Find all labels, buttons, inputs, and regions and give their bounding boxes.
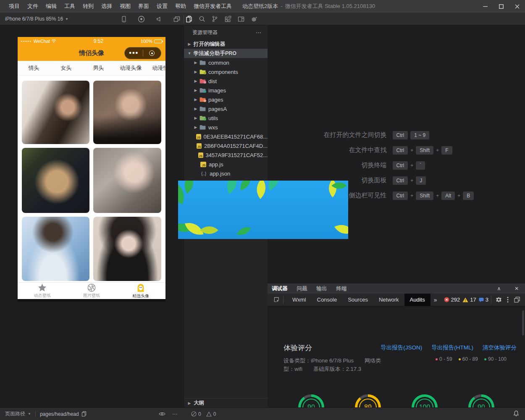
chevron-right-icon: ▶ bbox=[194, 97, 198, 102]
menu-item-工具[interactable]: 工具 bbox=[60, 0, 79, 13]
tree-item-common[interactable]: ▶common bbox=[184, 58, 268, 67]
minimize-button[interactable] bbox=[477, 0, 493, 13]
js-file-icon: JS bbox=[200, 162, 206, 167]
menu-item-选择[interactable]: 选择 bbox=[97, 0, 116, 13]
explorer-section-学法减分助手PRO[interactable]: ▼学法减分助手PRO bbox=[184, 49, 268, 58]
explorer-section-打开的编辑器[interactable]: ▶打开的编辑器 bbox=[184, 39, 268, 49]
phone-icon[interactable] bbox=[120, 16, 127, 23]
ellipsis-icon[interactable]: ⋯ bbox=[172, 411, 178, 417]
tabbar-item-动态壁纸[interactable]: 动态壁纸 bbox=[18, 283, 67, 299]
photo-thumbnail-girl-brown-hair-black-camisole[interactable] bbox=[93, 81, 161, 144]
git-branch-icon[interactable] bbox=[211, 16, 218, 23]
problem-counts: 0 0 bbox=[184, 411, 219, 417]
tree-item-0E3AEEB415271CAF68...[interactable]: JS0E3AEEB415271CAF68... bbox=[184, 132, 268, 141]
layout-grid-icon[interactable] bbox=[224, 16, 231, 23]
maximize-button[interactable] bbox=[493, 0, 509, 13]
menu-item-视图[interactable]: 视图 bbox=[116, 0, 134, 13]
debugger-tab-输出[interactable]: 输出 bbox=[317, 285, 327, 292]
menu-item-帮助[interactable]: 帮助 bbox=[171, 0, 190, 13]
debugger-tab-调试器[interactable]: 调试器 bbox=[272, 285, 288, 292]
capsule-button[interactable]: ●●● bbox=[124, 47, 161, 59]
info-counter[interactable]: 3 bbox=[479, 297, 488, 303]
devtools-tab-Sources[interactable]: Sources bbox=[342, 294, 373, 306]
chevron-down-icon[interactable]: ▼ bbox=[28, 412, 31, 416]
float-window-icon[interactable] bbox=[173, 16, 180, 23]
debugger-tab-终端[interactable]: 终端 bbox=[336, 285, 347, 292]
shortcut-label: 在文件中查找 bbox=[274, 146, 393, 154]
path-label[interactable]: 页面路径 bbox=[5, 410, 25, 417]
avatar-photo-grid bbox=[18, 76, 165, 282]
menu-item-项目[interactable]: 项目 bbox=[5, 0, 24, 13]
category-tab-情头[interactable]: 情头 bbox=[18, 61, 50, 75]
tree-item-dist[interactable]: ▶dist bbox=[184, 76, 268, 86]
explorer-title: 资源管理器 bbox=[192, 29, 218, 36]
menu-item-转到[interactable]: 转到 bbox=[79, 0, 97, 13]
gear-icon[interactable] bbox=[494, 297, 503, 303]
devtools-tab-Wxml[interactable]: Wxml bbox=[287, 294, 312, 306]
compile-icon[interactable] bbox=[250, 16, 257, 23]
tree-item-images[interactable]: ▶images bbox=[184, 86, 268, 95]
more-tabs-icon[interactable]: » bbox=[430, 297, 441, 303]
tree-item-pagesA[interactable]: ▶pagesA bbox=[184, 104, 268, 113]
tree-item-components[interactable]: ▶components bbox=[184, 67, 268, 76]
close-panel-icon[interactable]: ✕ bbox=[512, 286, 521, 291]
menu-item-文件[interactable]: 文件 bbox=[24, 0, 42, 13]
tree-item-wxs[interactable]: ▶wxs bbox=[184, 123, 268, 132]
panel-icon[interactable] bbox=[237, 16, 244, 23]
devtools-tab-Audits[interactable]: Audits bbox=[404, 294, 430, 306]
inspect-element-icon[interactable] bbox=[273, 297, 280, 303]
outline-section[interactable]: ▶ 大纲 bbox=[184, 398, 268, 407]
menu-item-设置[interactable]: 设置 bbox=[153, 0, 171, 13]
bell-icon[interactable] bbox=[513, 410, 525, 418]
tree-item-utils[interactable]: ▶utils bbox=[184, 113, 268, 123]
ellipsis-icon[interactable]: ⋯ bbox=[256, 29, 262, 36]
scrollbar[interactable] bbox=[522, 310, 524, 336]
audit-action-导出报告(HTML)[interactable]: 导出报告(HTML) bbox=[431, 344, 473, 352]
photo-thumbnail-girl-dark-hair-white-bedding[interactable] bbox=[22, 81, 89, 144]
photo-thumbnail-girl-blue-sweater-snow[interactable] bbox=[22, 217, 89, 281]
mute-icon[interactable] bbox=[155, 16, 163, 23]
files-icon[interactable] bbox=[185, 16, 192, 23]
kebab-menu-icon[interactable] bbox=[503, 297, 512, 303]
device-selector[interactable]: iPhone 6/7/8 Plus 85% 16 ▼ bbox=[5, 13, 68, 25]
record-icon[interactable] bbox=[138, 16, 145, 23]
home-icon[interactable] bbox=[143, 50, 161, 56]
tree-item-app.json[interactable]: {..}app.json bbox=[184, 169, 268, 178]
folder-icon bbox=[200, 88, 206, 93]
tree-item-3457A9F315271CAF52...[interactable]: JS3457A9F315271CAF52... bbox=[184, 150, 268, 160]
photo-thumbnail-girl-black-scarf-beige[interactable] bbox=[93, 217, 161, 281]
category-tab-动漫头像[interactable]: 动漫头像 bbox=[115, 61, 147, 75]
title-bar: 项目文件编辑工具转到选择视图界面设置帮助微信开发者工具 动态壁纸2版本-微信开发… bbox=[0, 0, 525, 13]
category-tab-男头[interactable]: 男头 bbox=[82, 61, 115, 75]
audit-action-清空体验评分[interactable]: 清空体验评分 bbox=[483, 344, 517, 352]
chevron-right-icon: ▶ bbox=[194, 70, 198, 74]
devtools-tab-Console[interactable]: Console bbox=[312, 294, 343, 306]
devtools-tab-Network[interactable]: Network bbox=[373, 294, 404, 306]
category-tab-动漫情头[interactable]: 动漫情头 bbox=[147, 61, 165, 75]
menu-item-微信开发者工具[interactable]: 微信开发者工具 bbox=[190, 0, 236, 13]
section-label: 打开的编辑器 bbox=[194, 41, 225, 48]
debugger-tab-问题[interactable]: 问题 bbox=[297, 285, 307, 292]
tree-item-pages[interactable]: ▶pages bbox=[184, 95, 268, 104]
tree-item-app.js[interactable]: JSapp.js bbox=[184, 160, 268, 169]
more-icon[interactable]: ●●● bbox=[125, 50, 143, 57]
warning-counter[interactable]: 17 bbox=[462, 297, 476, 303]
error-counter[interactable]: 292 bbox=[444, 297, 460, 303]
tabbar-item-精选头像[interactable]: 精选头像 bbox=[116, 283, 165, 299]
menu-item-编辑[interactable]: 编辑 bbox=[42, 0, 60, 13]
collapse-panel-icon[interactable]: ∧ bbox=[495, 286, 503, 291]
menu-item-界面[interactable]: 界面 bbox=[134, 0, 153, 13]
photo-thumbnail-girl-hand-on-cheek[interactable] bbox=[93, 148, 161, 213]
tree-item-2B6F04A015271CAF4D...[interactable]: JS2B6F04A015271CAF4D... bbox=[184, 141, 268, 150]
audit-action-导出报告(JSON)[interactable]: 导出报告(JSON) bbox=[381, 344, 422, 352]
photo-thumbnail-girl-beret-night-street[interactable] bbox=[22, 148, 89, 213]
popout-window-icon[interactable] bbox=[512, 297, 522, 303]
close-button[interactable] bbox=[509, 0, 525, 13]
phone-home-strip bbox=[18, 299, 165, 302]
copy-icon[interactable] bbox=[81, 411, 87, 417]
file-label: common bbox=[208, 60, 229, 66]
search-icon[interactable] bbox=[198, 16, 205, 23]
category-tab-女头[interactable]: 女头 bbox=[50, 61, 82, 75]
eye-icon[interactable] bbox=[159, 412, 165, 416]
tabbar-item-图片壁纸[interactable]: 图片壁纸 bbox=[67, 283, 116, 299]
